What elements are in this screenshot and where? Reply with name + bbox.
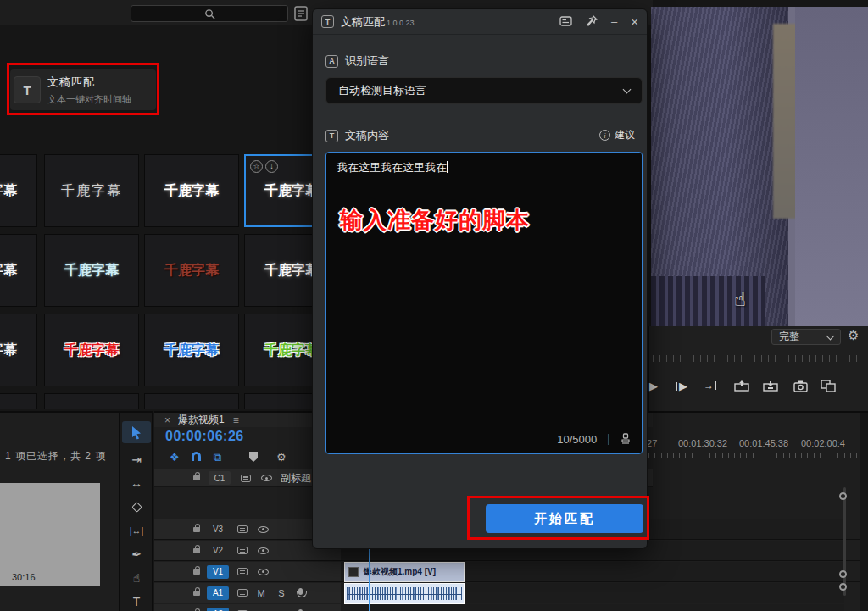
export-frame-camera-icon[interactable] xyxy=(793,380,808,392)
lock-icon[interactable] xyxy=(193,527,200,532)
slip-tool[interactable]: |↔| xyxy=(120,519,153,542)
search-icon xyxy=(204,8,215,19)
script-textarea[interactable]: 我在这里我在这里我在 输入准备好的脚本 10/5000 ｜ xyxy=(326,152,643,454)
language-dropdown[interactable]: 自动检测目标语言 xyxy=(326,77,643,104)
wrench-icon[interactable]: ⚙ xyxy=(848,328,859,343)
pin-icon[interactable] xyxy=(586,15,598,29)
razor-icon xyxy=(131,502,142,513)
pen-tool[interactable]: ✒ xyxy=(120,543,153,565)
clip-duration: 30:16 xyxy=(12,572,36,582)
step-forward-button[interactable]: ▶ xyxy=(676,380,687,392)
annotation-text: 输入准备好的脚本 xyxy=(340,205,530,236)
suggestion-label: 建议 xyxy=(615,128,635,142)
text-match-icon: T xyxy=(321,15,334,28)
selection-tool[interactable] xyxy=(122,421,151,443)
template-card[interactable]: 千鹿字幕 xyxy=(0,314,37,386)
favorite-star-icon[interactable]: ☆ xyxy=(250,160,263,173)
form-icon[interactable] xyxy=(293,5,309,22)
lock-icon[interactable] xyxy=(193,475,200,480)
source-patch-icon[interactable] xyxy=(241,475,251,482)
track-target-active[interactable]: A1 xyxy=(207,586,229,600)
timeline-scrollbar[interactable] xyxy=(843,487,846,596)
clip-thumbnail[interactable]: 30:16 xyxy=(0,483,100,586)
linked-selection-icon[interactable]: ⧉ xyxy=(214,452,221,463)
track-target-active[interactable]: A2 xyxy=(207,608,229,611)
track-target-active[interactable]: V1 xyxy=(207,565,229,579)
caption-track-id[interactable]: C1 xyxy=(209,471,231,485)
template-card[interactable] xyxy=(0,393,37,409)
card-icon[interactable] xyxy=(559,16,572,28)
scrollbar-handle[interactable] xyxy=(839,492,847,500)
template-card[interactable]: 千鹿字幕 xyxy=(144,234,239,307)
template-card[interactable]: 千鹿字幕 xyxy=(44,314,139,386)
template-card[interactable]: 千鹿字幕 xyxy=(44,154,139,227)
content-section-header: T 文稿内容 xyxy=(326,128,389,143)
lift-icon[interactable] xyxy=(734,380,749,392)
timeline-ruler[interactable]: :27 00:01:30:32 00:01:45:38 00:02:00:4 xyxy=(643,438,861,460)
ripple-edit-tool[interactable]: ↔ xyxy=(120,472,153,494)
download-icon[interactable]: ↓ xyxy=(265,160,278,173)
template-card[interactable]: 千鹿字幕 xyxy=(44,234,139,307)
monitor-scrubber[interactable] xyxy=(653,355,861,362)
solo-button[interactable]: S xyxy=(276,588,287,598)
hand-tool[interactable]: ☝ xyxy=(120,567,153,589)
script-match-dialog: T 文稿匹配 1.0.0.23 – × A 识别语言 自动检测目标语言 T 文稿… xyxy=(312,8,648,549)
eye-toggle-icon[interactable] xyxy=(258,526,269,533)
project-panel: 1 项已选择，共 2 项 30:16 xyxy=(0,411,119,611)
track-target[interactable]: V2 xyxy=(207,544,229,558)
template-card[interactable]: 千鹿字幕 xyxy=(0,154,37,227)
lock-icon[interactable] xyxy=(193,591,200,596)
template-card[interactable] xyxy=(44,393,139,409)
template-card[interactable] xyxy=(144,393,239,409)
close-button[interactable]: × xyxy=(631,15,638,28)
extract-icon[interactable] xyxy=(763,380,778,392)
timeline-settings-wrench-icon[interactable]: ⚙ xyxy=(276,452,287,463)
track-target[interactable]: V3 xyxy=(207,523,229,536)
lock-icon[interactable] xyxy=(193,569,200,575)
template-card[interactable]: 千鹿字幕 xyxy=(0,234,37,307)
play-button[interactable]: ▶ xyxy=(649,380,658,392)
eye-toggle-icon[interactable] xyxy=(258,569,269,575)
template-card[interactable]: 千鹿字幕 xyxy=(144,314,239,386)
track-lane[interactable] xyxy=(341,604,844,611)
nest-sequence-icon[interactable]: ❖ xyxy=(170,452,180,463)
playhead-line[interactable] xyxy=(369,545,370,611)
video-clip-label: 爆款视频1.mp4 [V] xyxy=(364,566,436,578)
source-patch-icon[interactable] xyxy=(237,589,248,597)
mic-record-icon[interactable] xyxy=(298,588,303,595)
source-patch-icon[interactable] xyxy=(237,547,248,554)
playhead-timecode[interactable]: 00:00:06:26 xyxy=(165,429,244,444)
source-patch-icon[interactable] xyxy=(237,568,248,575)
track-row-v1: V1 xyxy=(154,562,868,582)
clear-broom-icon[interactable] xyxy=(620,433,632,445)
suggestion-link[interactable]: i 建议 xyxy=(599,128,635,142)
type-tool[interactable]: T xyxy=(120,591,153,611)
tab-close-icon[interactable]: × xyxy=(164,414,170,426)
caption-track-name: 副标题 xyxy=(281,471,311,486)
audio-clip[interactable] xyxy=(345,584,464,603)
tools-panel: ⇥ ↔ |↔| ✒ ☝ T xyxy=(119,411,153,611)
video-clip[interactable]: 爆款视频1.mp4 [V] xyxy=(345,563,464,581)
play-to-out-button[interactable]: → xyxy=(704,380,716,391)
eye-toggle-icon[interactable] xyxy=(258,547,269,554)
track-select-forward-tool[interactable]: ⇥ xyxy=(120,448,153,470)
scrollbar-handle[interactable] xyxy=(839,570,847,578)
eye-toggle-icon[interactable] xyxy=(261,475,272,481)
marker-icon[interactable] xyxy=(249,452,258,464)
mute-button[interactable]: M xyxy=(256,588,266,598)
track-row-a1: A1MS xyxy=(154,583,868,603)
panel-menu-icon[interactable]: ≡ xyxy=(233,414,239,426)
snap-magnet-icon[interactable] xyxy=(192,452,201,463)
zoom-level-select[interactable]: 完整 xyxy=(771,329,841,345)
razor-tool[interactable] xyxy=(120,496,153,518)
source-patch-icon[interactable] xyxy=(237,525,248,533)
scrollbar-handle[interactable] xyxy=(839,583,847,591)
search-input[interactable] xyxy=(131,5,288,22)
dialog-titlebar[interactable]: T 文稿匹配 1.0.0.23 – × xyxy=(313,9,647,35)
lock-icon[interactable] xyxy=(193,548,200,553)
language-detect-icon: A xyxy=(326,55,338,68)
language-label: 识别语言 xyxy=(345,53,389,69)
minimize-button[interactable]: – xyxy=(611,16,617,27)
comparison-view-icon[interactable] xyxy=(821,380,836,392)
template-card[interactable]: 千鹿字幕 xyxy=(144,154,239,227)
